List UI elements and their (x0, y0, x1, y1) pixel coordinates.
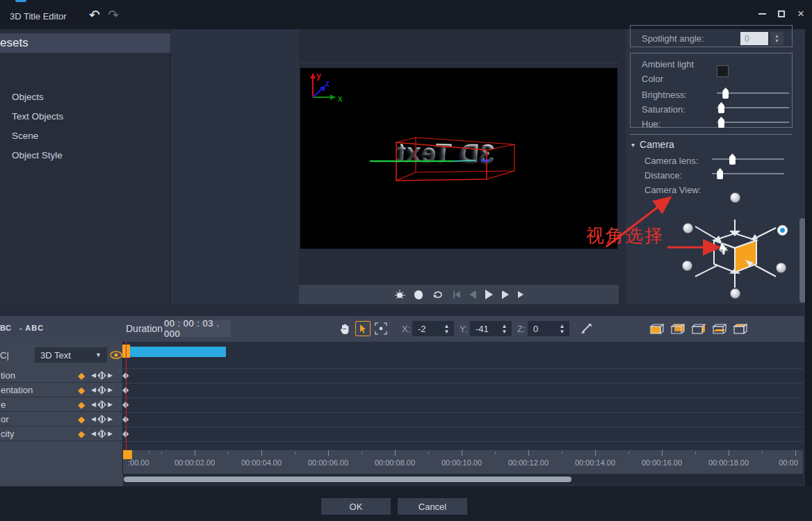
maximize-button[interactable] (772, 7, 791, 21)
timeline-scrollbar[interactable] (123, 475, 803, 483)
move-tool-icon-active[interactable] (355, 321, 371, 336)
spotlight-angle-input[interactable] (740, 32, 768, 45)
case-button-fragment[interactable]: BC (0, 324, 11, 332)
camera-view-left-upper-radio[interactable] (683, 223, 693, 233)
camera-view-right-upper-radio[interactable] (777, 225, 788, 235)
3d-viewport[interactable]: y z x 3D Text (300, 68, 617, 249)
add-keyframe-icon[interactable] (97, 415, 106, 424)
title-case-button[interactable]: - ABC (19, 324, 44, 332)
prev-keyframe-button[interactable]: ◀ (91, 401, 96, 408)
sidebar-item-objects[interactable]: Objects (0, 88, 170, 106)
undo-icon[interactable]: ↶ (89, 7, 100, 23)
x-stepper[interactable]: ▲▼ (439, 321, 454, 336)
face-side-icon[interactable] (690, 321, 706, 336)
clip-duration-bar[interactable] (129, 347, 226, 357)
face-front-icon[interactable] (649, 321, 664, 336)
spotlight-angle-stepper[interactable]: ▲▼ (770, 32, 783, 45)
brightness-slider[interactable] (717, 88, 789, 99)
next-keyframe-button[interactable]: ▶ (108, 430, 113, 437)
ruler-label: 00:00:14.00 (575, 458, 615, 467)
keyframe-enabled-icon[interactable]: ◆ (72, 399, 91, 410)
add-keyframe-icon[interactable] (97, 386, 106, 395)
show-lights-icon[interactable] (395, 290, 405, 300)
keyframe-enabled-icon[interactable]: ◆ (72, 414, 91, 424)
prev-keyframe-button[interactable]: ◀ (91, 386, 96, 393)
saturation-slider[interactable] (717, 102, 789, 113)
z-label: Z: (517, 324, 526, 334)
z-input[interactable] (528, 321, 558, 336)
ruler-playhead-marker[interactable] (123, 450, 132, 459)
y-input[interactable] (470, 321, 501, 336)
add-keyframe-icon[interactable] (97, 400, 106, 409)
sidebar-item-object-style[interactable]: Object Style (0, 146, 170, 164)
camera-title: Camera (640, 139, 674, 150)
camera-view-top-radio[interactable] (730, 192, 740, 203)
add-keyframe-icon[interactable] (97, 429, 106, 438)
ruler-label: 00:00:02.00 (174, 458, 215, 467)
add-keyframe-icon[interactable] (97, 371, 106, 380)
track-header-scale: e ◆ ◀▶ (0, 397, 123, 412)
minimize-button[interactable] (752, 7, 772, 21)
keyframe-enabled-icon[interactable]: ◆ (72, 429, 91, 439)
app-icon (15, 0, 26, 2)
layer-icon-fragment: C| (0, 350, 9, 361)
pan-tool-icon[interactable] (337, 321, 352, 336)
camera-view-widget (676, 190, 795, 304)
face-bevel-icon[interactable] (711, 321, 726, 336)
prev-keyframe-button[interactable]: ◀ (91, 372, 96, 379)
track-row[interactable]: ◆ (123, 412, 803, 427)
sidebar-item-presets[interactable]: esets (0, 33, 170, 53)
collapse-icon: ▾ (631, 141, 635, 149)
sidebar-item-text-objects[interactable]: Text Objects (0, 107, 170, 125)
reset-transform-icon[interactable] (578, 321, 594, 336)
track-row[interactable]: ◆ (123, 427, 803, 441)
sidebar-item-scene[interactable]: Scene (0, 126, 170, 144)
track-row[interactable]: ◆ (123, 383, 803, 397)
previous-frame-button[interactable] (469, 291, 476, 299)
loop-playback-icon[interactable] (432, 290, 444, 299)
timeline-scrollbar-thumb[interactable] (124, 477, 571, 482)
visibility-eye-icon[interactable] (110, 349, 122, 361)
ok-button[interactable]: OK (321, 498, 391, 515)
ruler-label: :00.00 (128, 458, 149, 467)
show-object-icon[interactable] (414, 290, 423, 299)
track-row[interactable]: ◆ (123, 397, 803, 412)
next-keyframe-button[interactable]: ▶ (108, 401, 113, 408)
keyframe-enabled-icon[interactable]: ◆ (72, 370, 91, 381)
play-button[interactable] (485, 290, 493, 299)
duration-value[interactable]: 00 : 00 : 03 . 000 (164, 320, 231, 337)
track-row[interactable]: ◆ (123, 368, 803, 383)
hue-slider[interactable] (717, 117, 789, 128)
x-input[interactable] (412, 321, 443, 336)
go-to-start-button[interactable] (453, 291, 460, 299)
track-header-opacity: city ◆ ◀▶ (0, 427, 123, 441)
ambient-color-swatch[interactable] (717, 65, 729, 77)
next-keyframe-button[interactable]: ▶ (108, 386, 113, 393)
face-back-icon[interactable] (669, 321, 685, 336)
duration-label: Duration (126, 323, 163, 334)
camera-view-left-lower-radio[interactable] (682, 260, 692, 271)
keyframe-enabled-icon[interactable]: ◆ (72, 385, 91, 395)
resize-tool-icon[interactable] (373, 321, 389, 336)
next-keyframe-button[interactable]: ▶ (108, 372, 113, 379)
cancel-button[interactable]: Cancel (398, 498, 467, 515)
camera-section-header[interactable]: ▾ Camera (631, 139, 674, 150)
camera-view-bottom-radio[interactable] (730, 288, 740, 299)
layer-dropdown[interactable]: 3D Text ▼ (35, 347, 107, 363)
next-keyframe-button[interactable]: ▶ (108, 415, 113, 422)
next-frame-button[interactable] (502, 291, 509, 299)
timeline-ruler[interactable]: :00.00 00:00:02.00 00:00:04.00 00:00:06.… (123, 450, 803, 474)
z-stepper[interactable]: ▲▼ (555, 321, 569, 336)
camera-lens-slider[interactable] (712, 154, 784, 165)
ruler-label: 00:00:12.00 (508, 458, 549, 467)
face-top-icon[interactable] (732, 321, 747, 336)
go-to-end-button[interactable] (518, 291, 523, 298)
distance-slider[interactable] (712, 168, 784, 179)
timeline-tracks-area[interactable]: ◆ ◆ ◆ ◆ ◆ (123, 342, 803, 450)
prev-keyframe-button[interactable]: ◀ (91, 415, 96, 422)
redo-icon[interactable]: ↷ (108, 7, 119, 23)
y-stepper[interactable]: ▲▼ (497, 321, 512, 336)
camera-view-right-lower-radio[interactable] (776, 263, 786, 273)
prev-keyframe-button[interactable]: ◀ (91, 430, 96, 437)
playhead-line[interactable] (126, 342, 127, 450)
